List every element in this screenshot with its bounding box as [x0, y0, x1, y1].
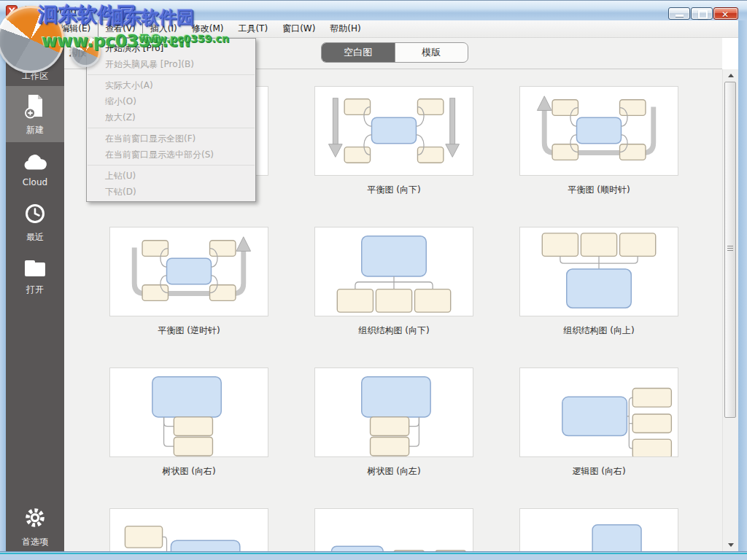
sidebar-item-label: 打开: [26, 284, 44, 296]
template-card-balance-down[interactable]: 平衡图 (向下): [314, 86, 473, 227]
down-single-thumbnail: [519, 508, 678, 551]
menubar-item-6[interactable]: 窗口(W): [275, 20, 322, 38]
view-menu-item-0[interactable]: 开始演示 [Pro]: [87, 40, 255, 56]
window-title: 主页 -XMind: [22, 4, 77, 18]
template-card-tree-left[interactable]: 树状图 (向左): [314, 368, 473, 508]
view-menu-item-10: 上钻(U): [87, 168, 255, 184]
close-icon: ✕: [721, 9, 729, 20]
clock-icon: [23, 201, 47, 226]
title-bar-left: 主页 -XMind: [6, 4, 77, 18]
sidebar-item-label: 首选项: [22, 536, 48, 548]
sidebar-item-label: Cloud: [23, 177, 47, 187]
xmind-app-icon: [6, 5, 18, 17]
org-up-thumbnail: [519, 227, 678, 316]
template-card-label: 树状图 (向左): [314, 465, 473, 476]
balance-clockwise-thumbnail: [519, 86, 678, 176]
scrollbar-grip-icon: [727, 246, 733, 252]
menubar-item-2[interactable]: 查看(V): [98, 20, 143, 38]
cloud-icon: [22, 150, 48, 172]
view-menu-item-1: 开始头脑风暴 [Pro](B): [87, 56, 255, 72]
close-button[interactable]: ✕: [713, 7, 738, 20]
window-frame-left: [0, 20, 6, 551]
title-bar[interactable]: 主页 -XMind ✕: [0, 0, 747, 20]
view-menu-dropdown: 开始演示 [Pro]开始头脑风暴 [Pro](B)实际大小(A)缩小(O)放大(…: [86, 38, 256, 202]
menu-separator: [88, 128, 255, 128]
minimize-button[interactable]: [668, 7, 690, 20]
sidebar-item-recent[interactable]: 最近: [6, 195, 64, 249]
menubar-item-4[interactable]: 修改(M): [185, 20, 231, 38]
scroll-down-button[interactable]: [723, 540, 738, 550]
template-card-tree-right[interactable]: 树状图 (向右): [109, 368, 268, 508]
sidebar-item-label: 工作区: [22, 70, 48, 82]
window-controls: ✕: [668, 7, 738, 20]
view-menu-item-3: 实际大小(A): [87, 77, 255, 93]
logic-left-thumbnail: [109, 508, 268, 551]
template-card-label: 平衡图 (逆时针): [109, 324, 268, 335]
menu-bar: 文件(F)编辑(E)查看(V)插入(I)修改(M)工具(T)窗口(W)帮助(H): [6, 20, 738, 38]
menubar-item-5[interactable]: 工具(T): [231, 20, 275, 38]
logic-right-thumbnail: [519, 368, 678, 457]
template-card-label: 组织结构图 (向下): [314, 324, 473, 335]
folder-icon: [22, 257, 48, 279]
scrollbar-thumb[interactable]: [724, 82, 736, 418]
template-card-balance-clockwise[interactable]: 平衡图 (顺时针): [519, 86, 678, 227]
vertical-scrollbar: [722, 69, 738, 553]
xmind-x-icon: [23, 42, 47, 65]
menu-separator: [88, 74, 255, 75]
view-menu-item-7: 在当前窗口显示全图(F): [87, 131, 255, 147]
menubar-item-3[interactable]: 插入(I): [143, 20, 185, 38]
balance-counterclockwise-thumbnail: [109, 227, 268, 316]
view-menu-item-5: 放大(Z): [87, 109, 255, 125]
scroll-down-icon: [728, 543, 734, 547]
sidebar-item-new[interactable]: 新建: [6, 86, 64, 142]
template-card-down-single[interactable]: [519, 508, 678, 551]
sidebar-item-cloud[interactable]: Cloud: [6, 142, 64, 195]
template-card-balance-counterclockwise[interactable]: 平衡图 (逆时针): [109, 227, 268, 368]
template-card-org-up[interactable]: 组织结构图 (向上): [519, 227, 678, 368]
menu-separator: [88, 165, 255, 166]
timeline-right-thumbnail: [314, 508, 473, 551]
sidebar-item-preferences[interactable]: 首选项: [6, 502, 64, 551]
scroll-up-icon: [728, 74, 734, 77]
view-menu-item-4: 缩小(O): [87, 93, 255, 109]
gear-icon: [22, 505, 48, 531]
balance-down-thumbnail: [314, 86, 473, 176]
window-frame-right: [738, 20, 747, 551]
tab-templates[interactable]: 模版: [395, 43, 468, 62]
sidebar-spacer: [6, 303, 64, 502]
sidebar-item-label: 最近: [26, 231, 44, 244]
template-card-label: 组织结构图 (向上): [519, 324, 678, 335]
menubar-item-0[interactable]: 文件(F): [9, 20, 53, 38]
sidebar-item-open[interactable]: 打开: [6, 249, 64, 303]
maximize-icon: [698, 10, 708, 19]
maximize-button[interactable]: [691, 7, 713, 20]
template-card-logic-right[interactable]: 逻辑图 (向右): [519, 368, 678, 508]
minimize-icon: [676, 15, 684, 17]
template-card-label: 平衡图 (顺时针): [519, 184, 678, 195]
template-card-org-down[interactable]: 组织结构图 (向下): [314, 227, 473, 368]
window-frame-bottom: [0, 551, 747, 560]
view-switch-tabs: 空白图 模版: [321, 42, 468, 63]
new-document-icon: [23, 93, 47, 119]
template-card-label: 逻辑图 (向右): [519, 465, 678, 476]
sidebar-item-workspace[interactable]: 工作区: [6, 38, 64, 86]
scroll-up-button[interactable]: [723, 70, 738, 80]
menubar-item-7[interactable]: 帮助(H): [322, 20, 368, 38]
sidebar: 工作区新建Cloud最近打开首选项: [6, 38, 64, 551]
template-card-logic-left[interactable]: [109, 508, 268, 551]
view-menu-item-11: 下钻(D): [87, 184, 255, 200]
tree-left-thumbnail: [314, 368, 473, 457]
tab-blank-maps[interactable]: 空白图: [322, 43, 395, 62]
tree-right-thumbnail: [109, 368, 268, 457]
org-down-thumbnail: [314, 227, 473, 316]
template-card-label: 树状图 (向右): [109, 465, 268, 476]
sidebar-item-label: 新建: [26, 124, 44, 136]
menubar-item-1[interactable]: 编辑(E): [53, 20, 98, 38]
template-card-timeline-right[interactable]: [314, 508, 473, 551]
template-card-label: 平衡图 (向下): [314, 184, 473, 195]
view-menu-item-8: 在当前窗口显示选中部分(S): [87, 147, 255, 163]
